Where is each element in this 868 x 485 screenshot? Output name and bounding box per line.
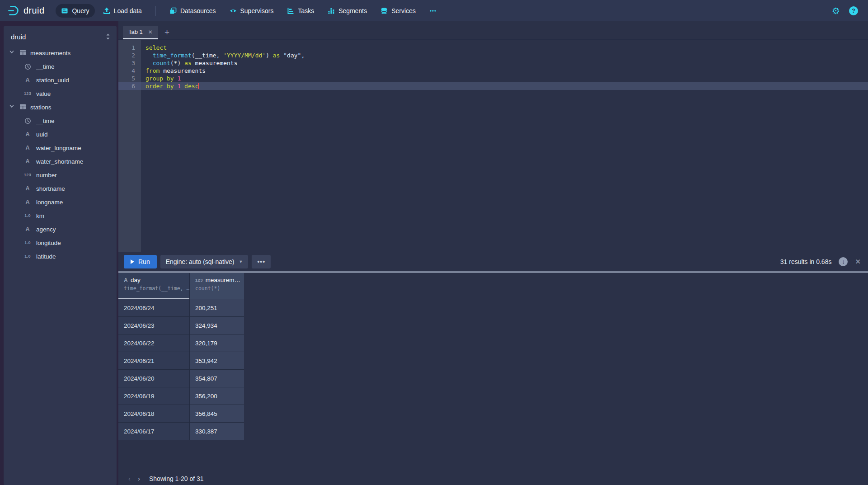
code-line-5: group by 1 xyxy=(141,75,868,82)
cell-day[interactable]: 2024/06/23 xyxy=(118,317,190,334)
pagination-info: Showing 1-20 of 31 xyxy=(149,475,204,482)
engine-select[interactable]: Engine: auto (sql-native) ▼ xyxy=(160,255,249,268)
double-caret-vertical-icon[interactable] xyxy=(105,33,111,40)
tree-column-station-uuid[interactable]: Astation_uuid xyxy=(4,73,117,87)
string-type-icon: A xyxy=(22,158,33,165)
cell-measurements[interactable]: 353,942 xyxy=(190,352,244,370)
tab-tab1[interactable]: Tab 1 ✕ xyxy=(123,26,158,39)
chevron-down-icon xyxy=(9,49,16,57)
table-row: 2024/06/21353,942 xyxy=(118,352,868,370)
cell-day[interactable]: 2024/06/22 xyxy=(118,334,190,352)
tree-column-km[interactable]: 1.0km xyxy=(4,209,117,222)
float-type-icon: 1.0 xyxy=(22,240,33,245)
pagination-bar: ‹ › Showing 1-20 of 31 xyxy=(118,472,868,485)
help-icon[interactable]: ? xyxy=(849,6,858,15)
code-token: "day" xyxy=(283,52,301,59)
sql-editor[interactable]: 123456 select time_format(__time, 'YYYY/… xyxy=(118,40,868,252)
nav-item-query[interactable]: Query xyxy=(56,4,94,18)
tree-column-water-longname[interactable]: Awater_longname xyxy=(4,141,117,155)
tab-label: Tab 1 xyxy=(128,28,143,35)
schema-name: druid xyxy=(11,33,26,41)
tree-table-stations[interactable]: stations xyxy=(4,100,117,114)
left-column: druid measurements__timeAstation_uuid123… xyxy=(0,21,118,485)
editor-gutter: 123456 xyxy=(118,40,141,252)
tree-column---time[interactable]: __time xyxy=(4,114,117,127)
cell-day[interactable]: 2024/06/24 xyxy=(118,299,190,317)
engine-select-label: Engine: auto (sql-native) xyxy=(166,258,235,265)
cell-day[interactable]: 2024/06/21 xyxy=(118,352,190,370)
nav-divider xyxy=(155,6,156,16)
tree-column-latitude[interactable]: 1.0latitude xyxy=(4,250,117,263)
download-icon[interactable]: ↓ xyxy=(839,257,848,266)
code-token xyxy=(163,75,167,82)
close-results-icon[interactable]: ✕ xyxy=(855,258,861,266)
nav-item-load-data[interactable]: Load data xyxy=(98,4,147,18)
cell-measurements[interactable]: 356,845 xyxy=(190,405,244,423)
add-tab-icon[interactable]: + xyxy=(164,28,169,37)
settings-gear-icon[interactable]: ⚙ xyxy=(832,6,840,15)
nav-divider xyxy=(50,6,50,16)
nav-item-more[interactable] xyxy=(424,4,442,18)
nav-item-segments[interactable]: Segments xyxy=(322,4,372,18)
cell-day[interactable]: 2024/06/19 xyxy=(118,387,190,405)
cell-measurements[interactable]: 324,934 xyxy=(190,317,244,334)
druid-logo-icon xyxy=(7,5,19,17)
query-more-button[interactable]: ••• xyxy=(252,255,271,268)
tree-item-label: latitude xyxy=(36,253,56,260)
tree-table-measurements[interactable]: measurements xyxy=(4,46,117,60)
column-expression: count(*) xyxy=(195,285,244,292)
table-row: 2024/06/22320,179 xyxy=(118,334,868,352)
string-type-icon: A xyxy=(124,277,128,283)
cell-day[interactable]: 2024/06/18 xyxy=(118,405,190,423)
cell-measurements[interactable]: 320,179 xyxy=(190,334,244,352)
cell-measurements[interactable]: 200,251 xyxy=(190,299,244,317)
tree-column-number[interactable]: 123number xyxy=(4,168,117,182)
tab-close-icon[interactable]: ✕ xyxy=(148,29,153,35)
tree-column-longname[interactable]: Alongname xyxy=(4,195,117,209)
tree-column-agency[interactable]: Aagency xyxy=(4,222,117,236)
code-token: 1 xyxy=(177,75,181,82)
tree-column---time[interactable]: __time xyxy=(4,60,117,73)
top-nav: druid QueryLoad dataDatasourcesSuperviso… xyxy=(0,0,868,21)
nav-item-datasources[interactable]: Datasources xyxy=(164,4,221,18)
tree-column-shortname[interactable]: Ashortname xyxy=(4,182,117,195)
code-token: ( xyxy=(192,52,195,59)
string-type-icon: A xyxy=(22,77,33,83)
code-token: as xyxy=(184,60,192,66)
code-token: , xyxy=(301,52,305,59)
code-token: order xyxy=(145,83,163,89)
nav-item-label: Tasks xyxy=(298,7,314,14)
cell-measurements[interactable]: 330,387 xyxy=(190,423,244,440)
run-button[interactable]: Run xyxy=(124,255,157,268)
supervisors-icon xyxy=(230,7,237,14)
code-token xyxy=(181,83,184,89)
column-header-day[interactable]: A day time_format(__time, … xyxy=(118,273,190,299)
cell-measurements[interactable]: 354,807 xyxy=(190,370,244,387)
code-line-1: select xyxy=(141,44,868,52)
next-page-icon[interactable]: › xyxy=(138,475,140,482)
nav-item-label: Segments xyxy=(338,7,367,14)
cell-day[interactable]: 2024/06/20 xyxy=(118,370,190,387)
tree-item-label: shortname xyxy=(36,185,65,192)
code-token: (*) xyxy=(170,60,184,66)
column-expression: time_format(__time, … xyxy=(124,285,189,292)
tree-item-label: number xyxy=(36,172,57,179)
column-name: day xyxy=(131,277,141,283)
prev-page-icon[interactable]: ‹ xyxy=(128,475,131,482)
nav-item-tasks[interactable]: Tasks xyxy=(282,4,319,18)
tree-column-value[interactable]: 123value xyxy=(4,87,117,100)
druid-logo[interactable]: druid xyxy=(7,5,44,17)
cell-measurements[interactable]: 356,200 xyxy=(190,387,244,405)
tree-column-uuid[interactable]: Auuid xyxy=(4,127,117,141)
tree-item-label: __time xyxy=(36,118,55,124)
number-type-icon: 123 xyxy=(22,91,33,96)
nav-item-supervisors[interactable]: Supervisors xyxy=(224,4,279,18)
column-header-measurements[interactable]: 123 measurem… count(*) xyxy=(190,273,244,299)
run-bar: Run Engine: auto (sql-native) ▼ ••• 31 r… xyxy=(118,252,868,271)
nav-item-services[interactable]: Services xyxy=(375,4,421,18)
cell-day[interactable]: 2024/06/17 xyxy=(118,423,190,440)
tree-item-label: __time xyxy=(36,63,55,70)
tree-column-longitude[interactable]: 1.0longitude xyxy=(4,236,117,250)
tree-column-water-shortname[interactable]: Awater_shortname xyxy=(4,155,117,168)
code-token: as xyxy=(273,52,280,59)
